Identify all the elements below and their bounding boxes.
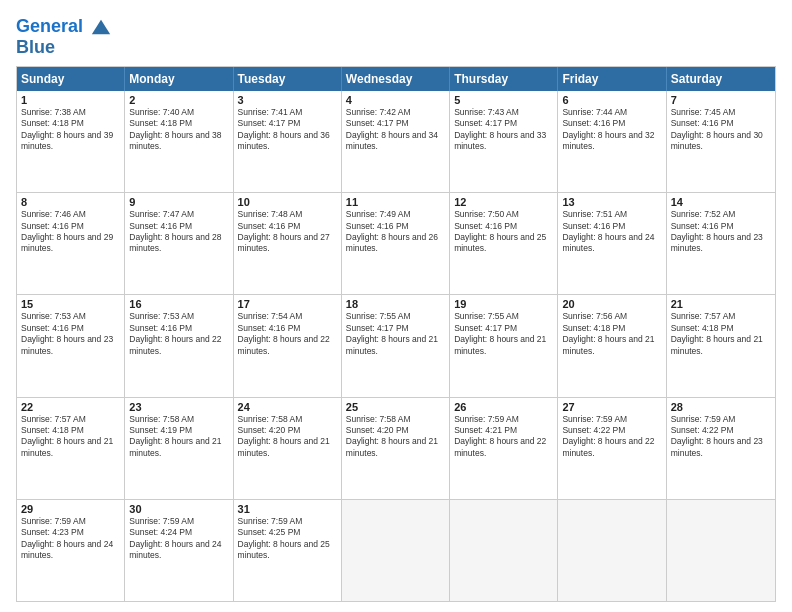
day-number: 15 — [21, 298, 120, 310]
day-number: 25 — [346, 401, 445, 413]
day-cell-14: 14Sunrise: 7:52 AMSunset: 4:16 PMDayligh… — [667, 193, 775, 294]
day-cell-31: 31Sunrise: 7:59 AMSunset: 4:25 PMDayligh… — [234, 500, 342, 601]
day-cell-21: 21Sunrise: 7:57 AMSunset: 4:18 PMDayligh… — [667, 295, 775, 396]
calendar-row-2: 15Sunrise: 7:53 AMSunset: 4:16 PMDayligh… — [17, 294, 775, 396]
day-number: 10 — [238, 196, 337, 208]
day-number: 29 — [21, 503, 120, 515]
day-number: 18 — [346, 298, 445, 310]
day-info: Sunrise: 7:59 AMSunset: 4:24 PMDaylight:… — [129, 516, 228, 562]
day-cell-29: 29Sunrise: 7:59 AMSunset: 4:23 PMDayligh… — [17, 500, 125, 601]
weekday-header-saturday: Saturday — [667, 67, 775, 91]
day-info: Sunrise: 7:47 AMSunset: 4:16 PMDaylight:… — [129, 209, 228, 255]
empty-cell — [558, 500, 666, 601]
day-cell-27: 27Sunrise: 7:59 AMSunset: 4:22 PMDayligh… — [558, 398, 666, 499]
page: General Blue SundayMondayTuesdayWednesda… — [0, 0, 792, 612]
day-number: 2 — [129, 94, 228, 106]
day-cell-25: 25Sunrise: 7:58 AMSunset: 4:20 PMDayligh… — [342, 398, 450, 499]
day-number: 17 — [238, 298, 337, 310]
calendar-body: 1Sunrise: 7:38 AMSunset: 4:18 PMDaylight… — [17, 91, 775, 601]
day-number: 3 — [238, 94, 337, 106]
day-number: 14 — [671, 196, 771, 208]
day-number: 5 — [454, 94, 553, 106]
day-info: Sunrise: 7:59 AMSunset: 4:23 PMDaylight:… — [21, 516, 120, 562]
empty-cell — [667, 500, 775, 601]
day-cell-24: 24Sunrise: 7:58 AMSunset: 4:20 PMDayligh… — [234, 398, 342, 499]
day-cell-18: 18Sunrise: 7:55 AMSunset: 4:17 PMDayligh… — [342, 295, 450, 396]
day-cell-19: 19Sunrise: 7:55 AMSunset: 4:17 PMDayligh… — [450, 295, 558, 396]
day-cell-12: 12Sunrise: 7:50 AMSunset: 4:16 PMDayligh… — [450, 193, 558, 294]
day-number: 30 — [129, 503, 228, 515]
day-cell-11: 11Sunrise: 7:49 AMSunset: 4:16 PMDayligh… — [342, 193, 450, 294]
day-number: 23 — [129, 401, 228, 413]
day-number: 19 — [454, 298, 553, 310]
calendar-row-1: 8Sunrise: 7:46 AMSunset: 4:16 PMDaylight… — [17, 192, 775, 294]
day-cell-4: 4Sunrise: 7:42 AMSunset: 4:17 PMDaylight… — [342, 91, 450, 192]
day-number: 20 — [562, 298, 661, 310]
day-info: Sunrise: 7:51 AMSunset: 4:16 PMDaylight:… — [562, 209, 661, 255]
day-number: 28 — [671, 401, 771, 413]
day-number: 7 — [671, 94, 771, 106]
weekday-header-wednesday: Wednesday — [342, 67, 450, 91]
day-cell-7: 7Sunrise: 7:45 AMSunset: 4:16 PMDaylight… — [667, 91, 775, 192]
day-info: Sunrise: 7:38 AMSunset: 4:18 PMDaylight:… — [21, 107, 120, 153]
logo: General Blue — [16, 16, 112, 58]
day-info: Sunrise: 7:49 AMSunset: 4:16 PMDaylight:… — [346, 209, 445, 255]
day-number: 27 — [562, 401, 661, 413]
day-info: Sunrise: 7:58 AMSunset: 4:19 PMDaylight:… — [129, 414, 228, 460]
day-cell-8: 8Sunrise: 7:46 AMSunset: 4:16 PMDaylight… — [17, 193, 125, 294]
day-cell-10: 10Sunrise: 7:48 AMSunset: 4:16 PMDayligh… — [234, 193, 342, 294]
day-info: Sunrise: 7:59 AMSunset: 4:22 PMDaylight:… — [562, 414, 661, 460]
day-cell-9: 9Sunrise: 7:47 AMSunset: 4:16 PMDaylight… — [125, 193, 233, 294]
day-cell-22: 22Sunrise: 7:57 AMSunset: 4:18 PMDayligh… — [17, 398, 125, 499]
day-info: Sunrise: 7:53 AMSunset: 4:16 PMDaylight:… — [129, 311, 228, 357]
day-info: Sunrise: 7:59 AMSunset: 4:25 PMDaylight:… — [238, 516, 337, 562]
weekday-header-sunday: Sunday — [17, 67, 125, 91]
day-info: Sunrise: 7:59 AMSunset: 4:21 PMDaylight:… — [454, 414, 553, 460]
empty-cell — [342, 500, 450, 601]
day-number: 6 — [562, 94, 661, 106]
day-info: Sunrise: 7:55 AMSunset: 4:17 PMDaylight:… — [346, 311, 445, 357]
day-cell-30: 30Sunrise: 7:59 AMSunset: 4:24 PMDayligh… — [125, 500, 233, 601]
calendar-row-0: 1Sunrise: 7:38 AMSunset: 4:18 PMDaylight… — [17, 91, 775, 192]
day-cell-13: 13Sunrise: 7:51 AMSunset: 4:16 PMDayligh… — [558, 193, 666, 294]
calendar: SundayMondayTuesdayWednesdayThursdayFrid… — [16, 66, 776, 602]
day-cell-3: 3Sunrise: 7:41 AMSunset: 4:17 PMDaylight… — [234, 91, 342, 192]
logo-text: General — [16, 16, 112, 38]
day-cell-23: 23Sunrise: 7:58 AMSunset: 4:19 PMDayligh… — [125, 398, 233, 499]
logo-general: General — [16, 16, 83, 36]
svg-marker-0 — [92, 20, 110, 35]
day-info: Sunrise: 7:43 AMSunset: 4:17 PMDaylight:… — [454, 107, 553, 153]
day-info: Sunrise: 7:59 AMSunset: 4:22 PMDaylight:… — [671, 414, 771, 460]
day-number: 4 — [346, 94, 445, 106]
logo-blue: Blue — [16, 38, 112, 58]
day-info: Sunrise: 7:42 AMSunset: 4:17 PMDaylight:… — [346, 107, 445, 153]
day-info: Sunrise: 7:58 AMSunset: 4:20 PMDaylight:… — [238, 414, 337, 460]
day-cell-26: 26Sunrise: 7:59 AMSunset: 4:21 PMDayligh… — [450, 398, 558, 499]
weekday-header-monday: Monday — [125, 67, 233, 91]
day-cell-1: 1Sunrise: 7:38 AMSunset: 4:18 PMDaylight… — [17, 91, 125, 192]
day-info: Sunrise: 7:52 AMSunset: 4:16 PMDaylight:… — [671, 209, 771, 255]
day-number: 24 — [238, 401, 337, 413]
day-info: Sunrise: 7:53 AMSunset: 4:16 PMDaylight:… — [21, 311, 120, 357]
day-info: Sunrise: 7:50 AMSunset: 4:16 PMDaylight:… — [454, 209, 553, 255]
day-info: Sunrise: 7:40 AMSunset: 4:18 PMDaylight:… — [129, 107, 228, 153]
day-info: Sunrise: 7:56 AMSunset: 4:18 PMDaylight:… — [562, 311, 661, 357]
day-cell-2: 2Sunrise: 7:40 AMSunset: 4:18 PMDaylight… — [125, 91, 233, 192]
weekday-header-tuesday: Tuesday — [234, 67, 342, 91]
weekday-header-friday: Friday — [558, 67, 666, 91]
day-cell-20: 20Sunrise: 7:56 AMSunset: 4:18 PMDayligh… — [558, 295, 666, 396]
day-info: Sunrise: 7:45 AMSunset: 4:16 PMDaylight:… — [671, 107, 771, 153]
day-info: Sunrise: 7:58 AMSunset: 4:20 PMDaylight:… — [346, 414, 445, 460]
day-info: Sunrise: 7:55 AMSunset: 4:17 PMDaylight:… — [454, 311, 553, 357]
day-number: 12 — [454, 196, 553, 208]
day-number: 26 — [454, 401, 553, 413]
day-cell-17: 17Sunrise: 7:54 AMSunset: 4:16 PMDayligh… — [234, 295, 342, 396]
header: General Blue — [16, 16, 776, 58]
day-info: Sunrise: 7:46 AMSunset: 4:16 PMDaylight:… — [21, 209, 120, 255]
day-number: 13 — [562, 196, 661, 208]
day-cell-5: 5Sunrise: 7:43 AMSunset: 4:17 PMDaylight… — [450, 91, 558, 192]
day-info: Sunrise: 7:57 AMSunset: 4:18 PMDaylight:… — [21, 414, 120, 460]
day-number: 21 — [671, 298, 771, 310]
calendar-header: SundayMondayTuesdayWednesdayThursdayFrid… — [17, 67, 775, 91]
day-info: Sunrise: 7:44 AMSunset: 4:16 PMDaylight:… — [562, 107, 661, 153]
